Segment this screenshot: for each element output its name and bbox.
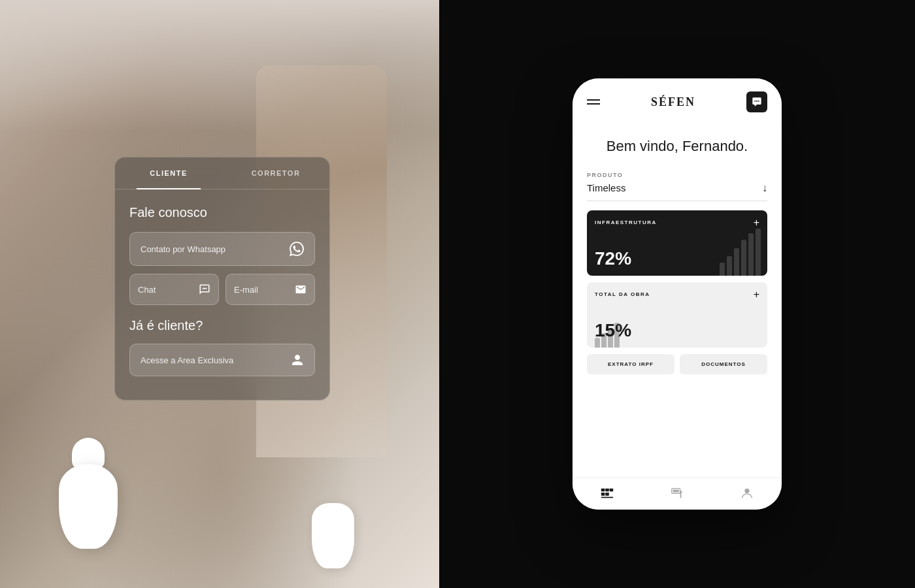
svg-rect-10 — [606, 493, 610, 496]
whatsapp-button[interactable]: Contato por Whatsapp — [129, 232, 315, 266]
svg-point-6 — [758, 101, 759, 102]
phone-nav — [573, 478, 782, 510]
exclusive-area-button[interactable]: Acesse a Area Exclusiva — [129, 344, 315, 376]
phone-header: SÉFEN — [573, 78, 782, 123]
chat-header-icon[interactable] — [746, 91, 767, 112]
svg-point-4 — [754, 101, 756, 102]
product-arrow-icon: ↓ — [762, 182, 767, 194]
card-tabs: CLIENTE CORRETOR — [115, 157, 329, 189]
obra-card: TOTAL DA OBRA + 15% — [587, 282, 767, 348]
email-button[interactable]: E-mail — [225, 274, 315, 305]
infra-staircase — [720, 210, 767, 276]
svg-rect-12 — [601, 497, 613, 498]
chat-label: Chat — [138, 285, 156, 295]
right-panel: SÉFEN Bem vindo, Fernando. PRODUTO Timel… — [439, 0, 915, 588]
svg-point-1 — [204, 287, 205, 289]
hamburger-line-2 — [587, 103, 600, 105]
left-panel: CLIENTE CORRETOR Fale conosco Contato po… — [0, 0, 439, 588]
product-value: Timeless — [587, 182, 625, 193]
section1-title: Fale conosco — [129, 205, 315, 220]
tab-corretor[interactable]: CORRETOR — [222, 157, 329, 189]
hamburger-menu[interactable] — [587, 99, 600, 105]
obra-card-header: TOTAL DA OBRA + — [587, 282, 767, 304]
phone-mockup: SÉFEN Bem vindo, Fernando. PRODUTO Timel… — [573, 78, 782, 510]
svg-rect-7 — [601, 489, 605, 492]
svg-point-2 — [205, 287, 207, 289]
vase-decoration-1 — [52, 444, 131, 549]
whatsapp-label: Contato por Whatsapp — [141, 244, 225, 254]
phone-content: Bem vindo, Fernando. PRODUTO Timeless ↓ … — [573, 123, 782, 478]
email-icon — [295, 284, 307, 295]
card-body: Fale conosco Contato por Whatsapp Chat — [115, 189, 329, 400]
svg-rect-11 — [610, 489, 614, 492]
obra-expand-icon[interactable]: + — [754, 289, 759, 301]
obra-title: TOTAL DA OBRA — [595, 291, 650, 297]
documentos-button[interactable]: DOCUMENTOS — [680, 354, 767, 374]
svg-rect-8 — [601, 493, 605, 496]
svg-point-15 — [744, 489, 749, 493]
brand-logo: SÉFEN — [651, 95, 695, 109]
svg-point-5 — [756, 101, 757, 102]
svg-point-0 — [203, 287, 204, 289]
section2-title: Já é cliente? — [129, 318, 315, 333]
obra-value: 15% — [587, 320, 639, 341]
infra-card: INFRAESTRUTURA + 72% — [587, 210, 767, 276]
infra-value: 72% — [587, 248, 639, 269]
user-icon — [291, 353, 304, 367]
chat-icon — [199, 284, 210, 295]
extrato-button[interactable]: EXTRATO IRPF — [587, 354, 674, 374]
whatsapp-icon — [290, 242, 304, 256]
tab-cliente[interactable]: CLIENTE — [115, 157, 222, 189]
contact-btn-row: Chat E-mail — [129, 274, 315, 305]
product-label: PRODUTO — [587, 172, 767, 178]
contact-card: CLIENTE CORRETOR Fale conosco Contato po… — [114, 157, 330, 400]
nav-user-icon[interactable] — [740, 486, 754, 500]
nav-home-icon[interactable] — [600, 486, 614, 500]
hamburger-line-1 — [587, 99, 600, 101]
svg-rect-14 — [673, 490, 679, 493]
nav-tool-icon[interactable] — [670, 486, 684, 500]
bottom-buttons: EXTRATO IRPF DOCUMENTOS — [587, 354, 767, 374]
email-label: E-mail — [234, 285, 258, 295]
product-select[interactable]: Timeless ↓ — [587, 182, 767, 201]
vase-decoration-2 — [308, 490, 361, 568]
svg-rect-9 — [606, 489, 610, 492]
welcome-text: Bem vindo, Fernando. — [587, 137, 767, 156]
infra-title: INFRAESTRUTURA — [595, 220, 657, 225]
exclusive-label: Acesse a Area Exclusiva — [141, 355, 233, 365]
chat-button[interactable]: Chat — [129, 274, 219, 305]
